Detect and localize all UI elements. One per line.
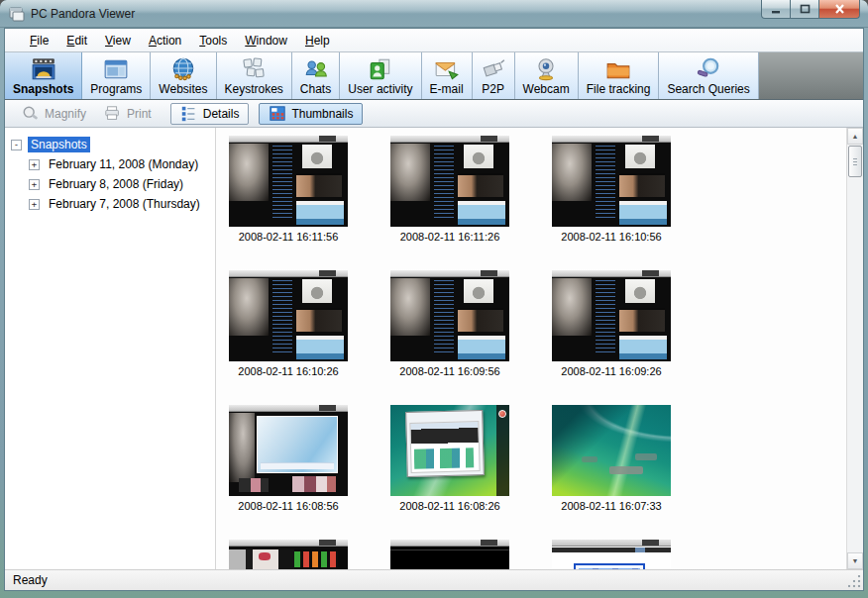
- tab-label: User activity: [348, 82, 412, 96]
- resize-grip[interactable]: [848, 575, 861, 588]
- snapshot-thumbnail[interactable]: 2008-02-11 16:07:33: [552, 405, 671, 514]
- user-activity-icon: [368, 56, 393, 82]
- tab-p2p[interactable]: P2P: [473, 52, 515, 99]
- snapshot-image[interactable]: [390, 405, 509, 496]
- websites-icon: [170, 56, 196, 82]
- tool-label: Thumbnails: [291, 107, 353, 121]
- snapshot-thumbnail[interactable]: 2008-02-11 16:10:26: [229, 270, 348, 379]
- menu-item-file[interactable]: File: [21, 31, 57, 50]
- tab-search-queries[interactable]: Search Queries: [659, 52, 758, 99]
- navigation-tree: - Snapshots +February 11, 2008 (Monday)+…: [5, 128, 216, 569]
- tab-file-tracking[interactable]: File tracking: [579, 52, 660, 99]
- snapshot-thumbnail[interactable]: 2008-02-11 16:10:56: [552, 136, 671, 245]
- print-button[interactable]: Print: [95, 102, 161, 126]
- menu-item-help[interactable]: Help: [296, 31, 339, 50]
- snapshot-image[interactable]: [552, 270, 671, 361]
- category-toolbar: SnapshotsProgramsWebsitesKeystrokesChats…: [5, 51, 863, 100]
- snapshot-image[interactable]: [552, 540, 671, 569]
- snapshot-thumbnail[interactable]: 2008-02-11 16:11:26: [390, 136, 509, 245]
- tab-user-activity[interactable]: User activity: [340, 52, 421, 99]
- expand-icon[interactable]: +: [29, 179, 40, 190]
- snapshot-thumbnail[interactable]: 2008-02-11 16:11:56: [229, 136, 348, 245]
- close-button[interactable]: [818, 0, 860, 19]
- snapshot-image[interactable]: [552, 136, 671, 227]
- tab-label: Chats: [300, 82, 331, 96]
- snapshot-thumbnail[interactable]: [229, 540, 348, 569]
- tab-e-mail[interactable]: E-mail: [422, 52, 473, 99]
- print-icon: [104, 105, 122, 123]
- snapshot-image[interactable]: [552, 405, 671, 496]
- snapshot-image[interactable]: [229, 270, 348, 361]
- tab-label: Programs: [90, 82, 142, 96]
- tab-keystrokes[interactable]: Keystrokes: [217, 52, 292, 99]
- thumbnails-button[interactable]: Thumbnails: [259, 103, 363, 125]
- tab-chats[interactable]: Chats: [292, 52, 340, 99]
- tree-item-february-7-2008-thursday[interactable]: +February 7, 2008 (Thursday): [5, 194, 215, 214]
- snapshot-thumbnail[interactable]: [552, 540, 671, 569]
- collapse-icon[interactable]: -: [11, 140, 22, 150]
- app-window: PC Pandora Viewer FileEditViewActionTool…: [0, 0, 868, 598]
- tab-label: File tracking: [587, 82, 651, 96]
- tree-item-label[interactable]: February 7, 2008 (Thursday): [46, 196, 203, 212]
- menu-item-edit[interactable]: Edit: [57, 31, 96, 50]
- tab-label: Webcam: [523, 82, 570, 96]
- snapshot-image[interactable]: [229, 540, 348, 569]
- chats-icon: [303, 56, 329, 82]
- tree-item-label[interactable]: February 8, 2008 (Friday): [46, 176, 186, 192]
- tab-websites[interactable]: Websites: [151, 52, 216, 99]
- menu-bar: FileEditViewActionToolsWindowHelp: [5, 29, 863, 51]
- title-bar[interactable]: PC Pandora Viewer: [0, 0, 868, 28]
- snapshot-timestamp: 2008-02-11 16:11:56: [229, 231, 348, 245]
- tab-webcam[interactable]: Webcam: [515, 52, 579, 99]
- details-button[interactable]: Details: [170, 103, 250, 125]
- snapshot-image[interactable]: [229, 405, 348, 496]
- view-toolbar: MagnifyPrintDetailsThumbnails: [5, 100, 863, 128]
- snapshot-timestamp: 2008-02-11 16:08:56: [229, 500, 348, 514]
- magnify-button[interactable]: Magnify: [13, 102, 95, 126]
- tab-label: Keystrokes: [225, 82, 283, 96]
- thumbnail-panel: 2008-02-11 16:11:562008-02-11 16:11:2620…: [216, 128, 846, 569]
- details-icon: [180, 105, 198, 123]
- p2p-icon: [481, 56, 506, 82]
- email-icon: [434, 56, 460, 82]
- menu-item-view[interactable]: View: [96, 31, 140, 50]
- snapshot-timestamp: 2008-02-11 16:08:26: [390, 500, 509, 514]
- tab-label: Search Queries: [667, 82, 749, 96]
- keystrokes-icon: [241, 56, 267, 82]
- snapshot-image[interactable]: [390, 136, 509, 227]
- snapshot-image[interactable]: [390, 540, 509, 569]
- tab-label: P2P: [482, 82, 504, 96]
- snapshot-thumbnail[interactable]: 2008-02-11 16:09:56: [390, 270, 509, 379]
- menu-item-window[interactable]: Window: [236, 31, 296, 50]
- snapshot-timestamp: 2008-02-11 16:10:56: [552, 231, 671, 245]
- snapshot-timestamp: 2008-02-11 16:11:26: [390, 231, 509, 245]
- scroll-up-button[interactable]: ▲: [847, 128, 863, 145]
- tab-label: E-mail: [430, 82, 464, 96]
- menu-item-tools[interactable]: Tools: [190, 31, 236, 50]
- tab-programs[interactable]: Programs: [82, 52, 151, 99]
- client-area: FileEditViewActionToolsWindowHelp Snapsh…: [4, 28, 864, 591]
- tree-item-snapshots[interactable]: - Snapshots: [5, 135, 215, 154]
- maximize-button[interactable]: [791, 0, 818, 19]
- tree-item-label[interactable]: Snapshots: [28, 137, 90, 152]
- snapshot-timestamp: 2008-02-11 16:07:33: [552, 500, 671, 514]
- scrollbar-thumb[interactable]: [848, 146, 862, 177]
- snapshot-thumbnail[interactable]: 2008-02-11 16:08:56: [229, 405, 348, 514]
- snapshot-timestamp: 2008-02-11 16:09:26: [552, 365, 671, 379]
- expand-icon[interactable]: +: [29, 159, 40, 170]
- scroll-down-button[interactable]: ▼: [847, 552, 863, 569]
- snapshot-thumbnail[interactable]: 2008-02-11 16:09:26: [552, 270, 671, 379]
- snapshots-icon: [31, 56, 56, 82]
- tree-item-february-8-2008-friday[interactable]: +February 8, 2008 (Friday): [5, 174, 215, 194]
- menu-item-action[interactable]: Action: [140, 31, 190, 50]
- snapshot-image[interactable]: [390, 270, 509, 361]
- tree-item-february-11-2008-monday[interactable]: +February 11, 2008 (Monday): [5, 154, 215, 174]
- tree-item-label[interactable]: February 11, 2008 (Monday): [46, 156, 201, 172]
- snapshot-thumbnail[interactable]: [390, 540, 509, 569]
- snapshot-image[interactable]: [229, 136, 348, 227]
- snapshot-thumbnail[interactable]: 2008-02-11 16:08:26: [390, 405, 509, 514]
- tab-snapshots[interactable]: Snapshots: [5, 52, 82, 99]
- vertical-scrollbar[interactable]: ▲ ▼: [846, 128, 863, 569]
- expand-icon[interactable]: +: [29, 199, 40, 210]
- minimize-button[interactable]: [761, 0, 791, 19]
